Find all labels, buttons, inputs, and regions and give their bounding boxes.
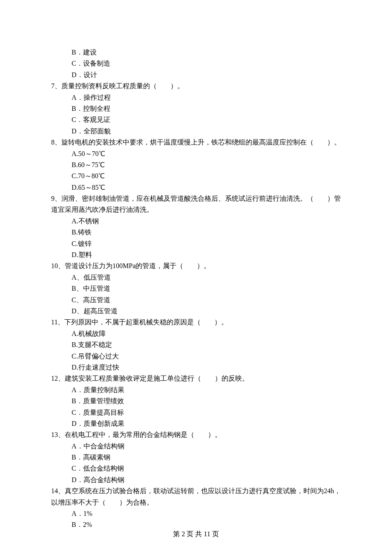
option-line: D.行走速度过快 xyxy=(51,362,341,373)
option-line: B．控制全程 xyxy=(51,103,341,114)
option-line: C．客观见证 xyxy=(51,114,341,125)
question-stem: 14、真空系统在压力试验合格后，联动试运转前，也应以设计压力进行真空度试验，时间… xyxy=(51,486,341,508)
option-line: D、超高压管道 xyxy=(51,306,341,317)
option-line: D.65～85℃ xyxy=(51,182,341,193)
option-line: D.塑料 xyxy=(51,249,341,260)
option-line: C.镀锌 xyxy=(51,238,341,249)
option-line: B、中压管道 xyxy=(51,283,341,294)
option-line: B．质量管理绩效 xyxy=(51,396,341,407)
option-line: D．质量创新成果 xyxy=(51,418,341,429)
option-line: A．1% xyxy=(51,508,341,519)
option-line: C．低合金结构钢 xyxy=(51,463,341,474)
option-line: B.铸铁 xyxy=(51,227,341,238)
option-line: A．质量控制结果 xyxy=(51,384,341,396)
page-footer: 第 2 页 共 11 页 xyxy=(0,529,392,540)
question-stem: 10、管道设计压力为100MPa的管道，属于（ ）。 xyxy=(51,260,341,272)
option-line: B．建设 xyxy=(51,47,341,58)
question-stem: 8、旋转电机的安装技术中要求，烘干温度缓慢上升，铁芯和绕组的最高温度应控制在（ … xyxy=(51,137,341,148)
question-stem: 13、在机电工程中，最为常用的合金结构钢是（ ）。 xyxy=(51,429,341,440)
exam-page: B．建设 C．设备制造 D．设计 7、质量控制资料反映工程质量的（ ）。 A．操… xyxy=(0,0,392,555)
option-line: B.60～75℃ xyxy=(51,159,341,171)
option-line: D．高合金结构钢 xyxy=(51,474,341,486)
question-stem: 7、质量控制资料反映工程质量的（ ）。 xyxy=(51,81,341,92)
option-line: C．设备制造 xyxy=(51,58,341,69)
option-line: A．操作过程 xyxy=(51,92,341,103)
option-line: D．全部面貌 xyxy=(51,126,341,137)
option-line: B.支腿不稳定 xyxy=(51,339,341,350)
option-line: C、高压管道 xyxy=(51,295,341,306)
option-line: A、低压管道 xyxy=(51,272,341,283)
option-line: A.不锈钢 xyxy=(51,216,341,227)
question-stem: 12、建筑安装工程质量验收评定是施工单位进行（ ）的反映。 xyxy=(51,373,341,384)
option-line: B．高碳素钢 xyxy=(51,452,341,463)
option-line: C.吊臂偏心过大 xyxy=(51,351,341,362)
option-line: C.70～80℃ xyxy=(51,171,341,182)
option-line: A.机械故障 xyxy=(51,328,341,339)
option-line: A.50～70℃ xyxy=(51,148,341,159)
option-line: A．中合金结构钢 xyxy=(51,441,341,452)
question-stem: 11、下列原因中，不属于起重机械失稳的原因是（ ）。 xyxy=(51,317,341,328)
question-stem: 9、润滑、密封雄制油管道，应在机械及管道酸洗合格后、系统试运行前进行油清洗。（ … xyxy=(51,193,341,216)
option-line: C．质量提高目标 xyxy=(51,407,341,418)
option-line: D．设计 xyxy=(51,69,341,81)
